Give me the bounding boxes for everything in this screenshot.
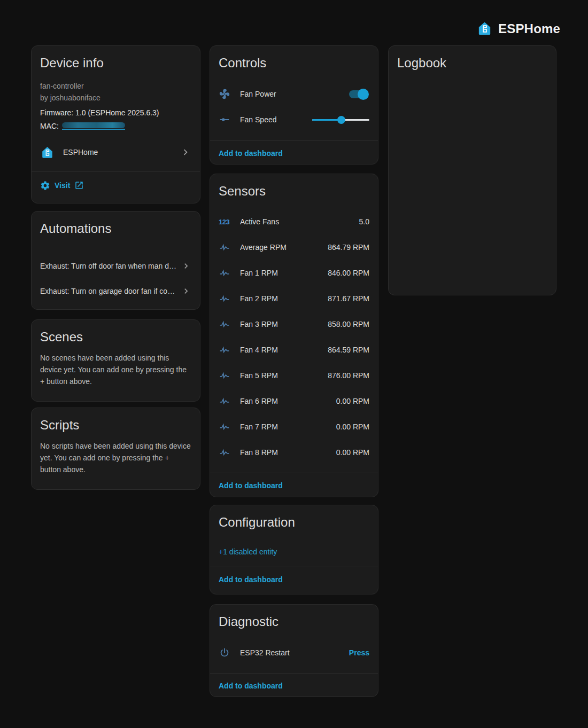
- sensor-row[interactable]: Average RPM 864.79 RPM: [210, 234, 378, 260]
- pulse-icon: [219, 447, 240, 458]
- scenes-empty-text: No scenes have been added using this dev…: [32, 346, 200, 387]
- fan-speed-icon: [219, 114, 240, 126]
- device-name: fan-controller: [40, 80, 191, 92]
- sensor-value: 0.00 RPM: [336, 448, 369, 457]
- automation-item[interactable]: Exhaust: Turn off door fan when man d…: [32, 253, 200, 278]
- logbook-title: Logbook: [389, 46, 556, 72]
- sensor-row[interactable]: Fan 2 RPM 871.67 RPM: [210, 286, 378, 311]
- sensor-value: 858.00 RPM: [328, 320, 369, 328]
- chevron-right-icon: [181, 286, 191, 296]
- sensor-row[interactable]: Fan 4 RPM 864.59 RPM: [210, 337, 378, 363]
- sensor-value: 846.00 RPM: [328, 269, 369, 277]
- pulse-icon: [219, 293, 240, 304]
- controls-card: Controls Fan Power Fan Speed: [210, 45, 378, 165]
- sensor-label: Fan 7 RPM: [240, 422, 336, 431]
- esphome-logo-icon: [476, 20, 493, 37]
- sensor-label: Fan 4 RPM: [240, 346, 328, 354]
- entity-row-fan-power[interactable]: Fan Power: [210, 81, 378, 107]
- chevron-right-icon: [181, 261, 191, 271]
- sensor-value: 5.0: [359, 217, 369, 226]
- device-info-title: Device info: [32, 46, 200, 72]
- pulse-icon: [219, 370, 240, 381]
- firmware-version: Firmware: 1.0 (ESPHome 2025.6.3): [32, 104, 200, 117]
- logbook-card: Logbook: [388, 45, 556, 295]
- sensor-value: 0.00 RPM: [336, 397, 369, 405]
- sensor-label: Fan 3 RPM: [240, 320, 328, 328]
- sensor-row[interactable]: Fan 6 RPM 0.00 RPM: [210, 388, 378, 414]
- sensor-label: Fan 2 RPM: [240, 294, 328, 303]
- sensor-value: 864.59 RPM: [328, 346, 369, 354]
- mac-address-redacted-link[interactable]: [62, 122, 125, 130]
- sensor-label: Fan 5 RPM: [240, 371, 328, 380]
- numeric-icon: 123: [219, 218, 240, 226]
- diagnostic-title: Diagnostic: [210, 605, 378, 630]
- sensor-value: 864.79 RPM: [328, 243, 369, 252]
- sensor-label: Active Fans: [240, 217, 359, 226]
- chevron-right-icon: [180, 146, 191, 158]
- device-page: ESPHome Device info fan-controller by jo…: [0, 0, 588, 728]
- scenes-card: Scenes No scenes have been added using t…: [31, 319, 200, 402]
- sensor-row[interactable]: Fan 7 RPM 0.00 RPM: [210, 414, 378, 440]
- sensor-value: 0.00 RPM: [336, 422, 369, 431]
- automation-item[interactable]: Exhaust: Turn on garage door fan if co…: [32, 278, 200, 303]
- scripts-empty-text: No scripts have been added using this de…: [32, 434, 200, 475]
- sensor-label: Fan 1 RPM: [240, 269, 328, 277]
- pulse-icon: [219, 318, 240, 330]
- scripts-card: Scripts No scripts have been added using…: [31, 408, 200, 490]
- sensor-row[interactable]: Fan 1 RPM 846.00 RPM: [210, 260, 378, 286]
- pulse-icon: [219, 267, 240, 279]
- pulse-icon: [219, 421, 240, 433]
- app-title: ESPHome: [498, 21, 560, 36]
- entity-label: ESP32 Restart: [240, 648, 349, 657]
- fan-speed-slider[interactable]: [312, 115, 369, 124]
- sensor-row[interactable]: Fan 8 RPM 0.00 RPM: [210, 440, 378, 465]
- sensor-row[interactable]: Fan 3 RPM 858.00 RPM: [210, 311, 378, 337]
- mac-address-row: MAC:: [32, 117, 200, 130]
- scenes-title: Scenes: [32, 320, 200, 346]
- pulse-icon: [219, 241, 240, 253]
- sensor-label: Fan 8 RPM: [240, 448, 336, 457]
- esphome-logo-icon: [40, 145, 55, 160]
- add-to-dashboard-link[interactable]: Add to dashboard: [219, 481, 283, 490]
- pulse-icon: [219, 344, 240, 356]
- sensor-value: 871.67 RPM: [328, 294, 369, 303]
- automation-label: Exhaust: Turn off door fan when man d…: [40, 262, 181, 270]
- disabled-entities-link[interactable]: +1 disabled entity: [219, 547, 277, 556]
- entity-row-esp32-restart[interactable]: ESP32 Restart Press: [210, 640, 378, 666]
- device-manufacturer: by joshuaboniface: [40, 92, 191, 104]
- diagnostic-card: Diagnostic ESP32 Restart Press Add to da…: [210, 604, 378, 697]
- sensor-label: Fan 6 RPM: [240, 397, 336, 405]
- sensor-row[interactable]: Fan 5 RPM 876.00 RPM: [210, 363, 378, 388]
- esphome-brand: ESPHome: [476, 20, 560, 37]
- configuration-title: Configuration: [210, 505, 378, 531]
- open-in-new-icon[interactable]: [74, 181, 84, 190]
- restart-icon: [219, 647, 240, 659]
- entity-label: Fan Speed: [240, 115, 312, 124]
- integration-row-esphome[interactable]: ESPHome: [32, 141, 200, 163]
- automation-label: Exhaust: Turn on garage door fan if co…: [40, 287, 181, 295]
- visit-link[interactable]: Visit: [55, 181, 70, 190]
- sensor-value: 876.00 RPM: [328, 371, 369, 380]
- add-to-dashboard-link[interactable]: Add to dashboard: [219, 149, 283, 158]
- pulse-icon: [219, 395, 240, 407]
- add-to-dashboard-link[interactable]: Add to dashboard: [219, 682, 283, 690]
- sensor-row[interactable]: 123 Active Fans 5.0: [210, 209, 378, 234]
- add-to-dashboard-link[interactable]: Add to dashboard: [219, 575, 283, 584]
- entity-row-fan-speed[interactable]: Fan Speed: [210, 107, 378, 132]
- press-button[interactable]: Press: [349, 648, 369, 657]
- fan-power-toggle[interactable]: [349, 90, 367, 98]
- automations-title: Automations: [32, 212, 200, 237]
- configuration-card: Configuration +1 disabled entity Add to …: [210, 505, 378, 594]
- scripts-title: Scripts: [32, 408, 200, 434]
- device-info-card: Device info fan-controller by joshuaboni…: [31, 45, 200, 203]
- sensors-card: Sensors 123 Active Fans 5.0 Average RPM …: [210, 174, 378, 497]
- controls-title: Controls: [210, 46, 378, 72]
- automations-card: Automations Exhaust: Turn off door fan w…: [31, 211, 200, 310]
- sensor-label: Average RPM: [240, 243, 328, 252]
- fan-icon: [219, 88, 240, 100]
- gear-icon: [40, 181, 50, 191]
- mac-label: MAC:: [40, 122, 59, 130]
- sensors-title: Sensors: [210, 174, 378, 200]
- integration-name: ESPHome: [63, 148, 180, 156]
- entity-label: Fan Power: [240, 90, 349, 98]
